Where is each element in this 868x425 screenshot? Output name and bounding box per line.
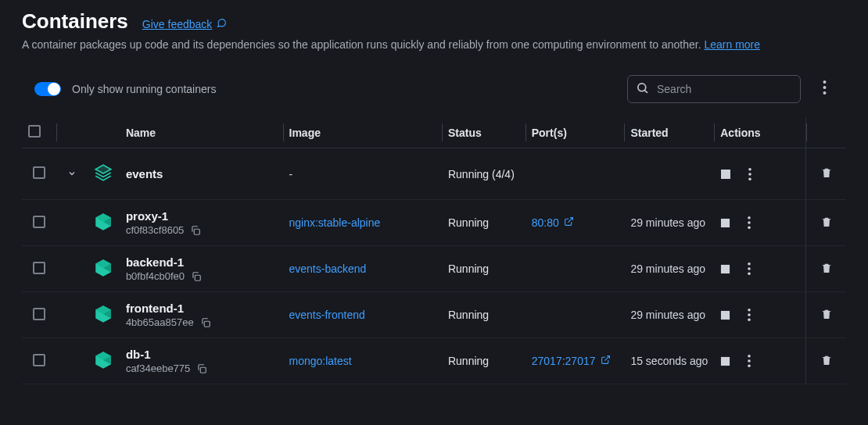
row-menu-button[interactable]	[748, 216, 751, 229]
svg-line-1	[645, 91, 647, 93]
row-menu-button[interactable]	[748, 168, 751, 180]
col-ports-header[interactable]: Port(s)	[525, 117, 625, 148]
row-checkbox[interactable]	[33, 262, 45, 274]
col-name-header[interactable]: Name	[120, 117, 283, 148]
row-menu-button[interactable]	[748, 262, 751, 275]
stop-button[interactable]	[720, 264, 730, 274]
container-row: db-1 caf34eebe775 mongo:latest Running 2…	[22, 338, 846, 384]
container-name[interactable]: proxy-1	[126, 209, 277, 223]
copy-id-button[interactable]	[196, 363, 207, 374]
container-row: proxy-1 cf0f83cf8605 nginx:stable-alpine…	[22, 200, 846, 246]
running-only-label: Only show running containers	[72, 83, 216, 95]
page-title: Containers	[22, 9, 128, 34]
image-link[interactable]: events-frontend	[289, 309, 365, 321]
container-started: 29 minutes ago	[624, 292, 714, 338]
row-menu-button[interactable]	[748, 355, 751, 367]
copy-id-button[interactable]	[191, 271, 202, 282]
svg-point-14	[748, 221, 751, 224]
delete-button[interactable]	[820, 169, 833, 181]
svg-point-18	[748, 262, 751, 266]
delete-button[interactable]	[820, 218, 833, 230]
container-icon	[93, 350, 113, 373]
svg-point-7	[748, 168, 751, 171]
delete-button[interactable]	[820, 264, 833, 277]
chevron-down-icon[interactable]	[67, 168, 77, 180]
container-id: 4bb65aa857ee	[126, 316, 194, 328]
svg-rect-28	[721, 356, 730, 365]
image-link[interactable]: events-backend	[289, 262, 367, 275]
svg-rect-6	[721, 170, 730, 179]
container-started: 15 seconds ago	[624, 338, 714, 384]
container-status: Running	[442, 338, 525, 384]
port-text: 80:80	[532, 216, 559, 229]
svg-rect-26	[201, 367, 206, 373]
svg-line-11	[568, 218, 572, 223]
container-started: 29 minutes ago	[624, 246, 714, 292]
image-link[interactable]: mongo:latest	[289, 355, 352, 367]
port-text: 27017:27017	[532, 355, 596, 367]
delete-button[interactable]	[820, 310, 833, 323]
image-link[interactable]: nginx:stable-alpine	[289, 216, 381, 229]
row-checkbox[interactable]	[33, 354, 45, 366]
container-name[interactable]: backend-1	[126, 255, 277, 269]
port-link[interactable]: 27017:27017	[532, 355, 611, 367]
row-checkbox[interactable]	[33, 216, 45, 228]
row-menu-button[interactable]	[748, 309, 751, 321]
svg-point-13	[748, 216, 751, 220]
svg-point-0	[638, 84, 646, 91]
external-link-icon	[601, 355, 611, 367]
stop-button[interactable]	[720, 310, 730, 320]
stop-button[interactable]	[720, 169, 731, 180]
search-icon	[636, 81, 649, 97]
container-status: Running	[442, 200, 525, 246]
container-icon	[93, 212, 113, 234]
col-status-header[interactable]: Status	[442, 117, 525, 148]
port-link[interactable]: 80:80	[532, 216, 574, 229]
svg-rect-10	[195, 229, 200, 234]
svg-point-3	[823, 86, 826, 89]
container-icon	[93, 258, 113, 280]
copy-id-button[interactable]	[200, 317, 211, 328]
search-box[interactable]	[627, 75, 801, 103]
stop-button[interactable]	[720, 218, 730, 228]
external-link-icon	[564, 216, 574, 229]
svg-marker-5	[95, 165, 111, 173]
group-name[interactable]: events	[126, 167, 277, 180]
svg-point-9	[748, 177, 751, 180]
learn-more-link[interactable]: Learn more	[704, 38, 760, 51]
group-image: -	[283, 148, 442, 200]
col-started-header[interactable]: Started	[624, 117, 714, 148]
svg-point-19	[748, 267, 751, 270]
svg-point-31	[748, 364, 751, 367]
container-started: 29 minutes ago	[624, 200, 714, 246]
running-only-toggle[interactable]	[34, 82, 61, 96]
svg-point-29	[748, 355, 751, 358]
row-checkbox[interactable]	[33, 308, 45, 320]
svg-point-15	[748, 226, 751, 229]
svg-rect-12	[721, 218, 730, 227]
svg-point-24	[748, 313, 751, 316]
col-image-header[interactable]: Image	[283, 117, 442, 148]
delete-button[interactable]	[820, 356, 833, 369]
feedback-icon	[217, 18, 227, 30]
search-input[interactable]	[657, 83, 792, 95]
container-name[interactable]: frontend-1	[126, 302, 277, 315]
containers-table: Name Image Status Port(s) Started Action…	[22, 117, 846, 384]
svg-rect-16	[195, 275, 200, 280]
svg-rect-21	[204, 321, 210, 327]
svg-point-2	[823, 80, 826, 84]
page-subtitle: A container packages up code and its dep…	[22, 37, 846, 53]
container-name[interactable]: db-1	[126, 348, 277, 361]
toolbar-menu-button[interactable]	[815, 80, 834, 98]
container-row: frontend-1 4bb65aa857ee events-frontend …	[22, 292, 846, 338]
svg-point-25	[748, 318, 751, 321]
give-feedback-link[interactable]: Give feedback	[142, 18, 228, 30]
row-checkbox[interactable]	[33, 166, 45, 179]
stop-button[interactable]	[720, 356, 730, 366]
svg-point-4	[823, 91, 826, 95]
copy-id-button[interactable]	[190, 225, 201, 236]
container-status: Running	[442, 292, 525, 338]
container-icon	[93, 304, 113, 327]
select-all-checkbox[interactable]	[28, 125, 41, 138]
container-id: cf0f83cf8605	[126, 224, 184, 236]
